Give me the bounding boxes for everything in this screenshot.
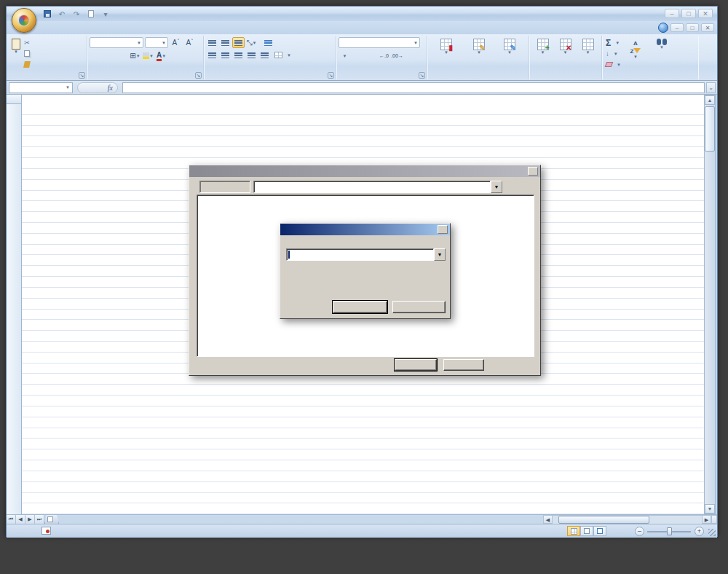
restore-button[interactable]: □ xyxy=(681,9,696,18)
format-painter-button[interactable] xyxy=(23,59,33,70)
source-sheet-dropdown-icon[interactable]: ▼ xyxy=(434,248,446,261)
select-sheet-titlebar[interactable] xyxy=(280,224,450,235)
source-sheet-combobox[interactable]: ▼ xyxy=(286,248,446,261)
horizontal-scrollbar[interactable]: ◀ ▶ xyxy=(543,515,717,524)
orientation-button[interactable]: ⤡▼ xyxy=(245,37,258,48)
insert-worksheet-tab[interactable] xyxy=(44,515,59,524)
align-middle-button[interactable] xyxy=(219,37,232,48)
zoom-slider-thumb[interactable] xyxy=(667,527,672,535)
font-color-button[interactable]: A▼ xyxy=(155,50,167,61)
undo-button[interactable]: ↶ xyxy=(56,9,68,19)
office-button[interactable] xyxy=(12,8,36,33)
workbook-minimize-button[interactable]: – xyxy=(670,23,684,32)
check-sheet-dropdown-icon[interactable]: ▼ xyxy=(491,181,502,193)
formula-input[interactable] xyxy=(122,82,705,93)
percent-style-button[interactable] xyxy=(352,50,364,61)
insert-cells-button[interactable]: + ▼ xyxy=(531,37,554,56)
name-box[interactable]: ▼ xyxy=(9,82,73,93)
align-bottom-button[interactable] xyxy=(232,37,245,48)
decrease-indent-button[interactable] xyxy=(245,50,258,60)
vertical-scrollbar[interactable]: ▲ ▼ xyxy=(704,95,716,514)
accounting-format-button[interactable]: ▼ xyxy=(339,50,351,61)
shrink-font-button[interactable]: Aˋ xyxy=(183,37,196,48)
select-all-corner[interactable] xyxy=(7,95,22,104)
scroll-up-arrow[interactable]: ▲ xyxy=(705,95,715,105)
last-sheet-button[interactable]: ⏭ xyxy=(35,515,44,524)
scroll-right-arrow[interactable]: ▶ xyxy=(702,515,711,524)
workbook-close-button[interactable]: ✕ xyxy=(701,23,714,32)
alignment-dialog-launcher[interactable]: ↘ xyxy=(328,72,334,79)
font-dialog-launcher[interactable]: ↘ xyxy=(195,72,202,79)
prev-sheet-button[interactable]: ◀ xyxy=(16,515,25,524)
redo-button[interactable]: ↷ xyxy=(71,9,82,19)
underline-button[interactable] xyxy=(116,50,128,61)
italic-button[interactable] xyxy=(103,50,115,61)
scroll-down-arrow[interactable]: ▼ xyxy=(705,504,715,514)
select-sheet-close-icon[interactable] xyxy=(438,225,448,234)
print-preview-button[interactable] xyxy=(85,9,97,19)
number-dialog-launcher[interactable]: ↘ xyxy=(419,72,425,79)
macro-record-icon[interactable] xyxy=(41,527,51,535)
increase-decimal-button[interactable]: ←.0 xyxy=(378,50,390,61)
zoom-in-button[interactable]: + xyxy=(695,527,704,536)
fill-button[interactable]: ↓▼ xyxy=(604,48,622,59)
merge-center-button[interactable]: ▼ xyxy=(273,50,293,60)
expand-formula-bar-button[interactable]: ⌄ xyxy=(706,82,716,93)
copy-button[interactable] xyxy=(23,48,33,59)
horizontal-scroll-thumb[interactable] xyxy=(558,516,649,524)
font-name-select[interactable]: ▼ xyxy=(90,37,143,48)
workbook-restore-button[interactable]: □ xyxy=(686,23,699,32)
bold-button[interactable] xyxy=(90,50,102,61)
run-button[interactable] xyxy=(395,359,437,371)
horizontal-scroll-track[interactable] xyxy=(553,515,702,524)
format-as-table-button[interactable]: ✎ ▼ xyxy=(463,37,495,56)
help-button[interactable] xyxy=(658,23,668,33)
align-center-button[interactable] xyxy=(219,50,232,60)
first-sheet-button[interactable]: ⏮ xyxy=(7,515,16,524)
increase-indent-button[interactable] xyxy=(258,50,271,60)
scroll-left-arrow[interactable]: ◀ xyxy=(543,515,553,524)
fill-color-button[interactable]: ▼ xyxy=(142,50,154,61)
find-select-button[interactable]: ▼ xyxy=(649,37,675,70)
sort-filter-button[interactable]: AZ ▼ xyxy=(622,37,649,70)
save-button[interactable] xyxy=(41,9,53,19)
cut-button[interactable]: ✂ xyxy=(23,37,33,48)
paste-button[interactable]: ▼ xyxy=(9,37,23,70)
checking-close-button[interactable] xyxy=(443,359,484,371)
insert-function-button[interactable]: fx xyxy=(77,82,118,93)
checking-macro-titlebar[interactable] xyxy=(189,165,540,177)
grow-font-button[interactable]: Aˊ xyxy=(170,37,182,48)
format-cells-button[interactable]: ▼ xyxy=(577,37,599,56)
autosum-button[interactable]: Σ▼ xyxy=(604,37,622,48)
next-sheet-button[interactable]: ▶ xyxy=(25,515,35,524)
number-format-select[interactable]: ▼ xyxy=(339,37,420,48)
page-break-view-button[interactable] xyxy=(593,526,606,536)
minimize-button[interactable]: – xyxy=(665,9,679,18)
clipboard-dialog-launcher[interactable]: ↘ xyxy=(79,72,85,79)
vertical-scroll-thumb[interactable] xyxy=(705,106,715,152)
clear-button[interactable]: ▼ xyxy=(604,59,622,70)
qat-customize-button[interactable]: ▾ xyxy=(100,9,111,19)
cell-styles-button[interactable]: ✎ ▼ xyxy=(495,37,524,56)
close-button[interactable]: ✕ xyxy=(698,9,713,18)
checking-macro-close-icon[interactable] xyxy=(528,167,538,176)
tab-split-handle[interactable] xyxy=(711,515,717,524)
borders-button[interactable]: ⊞▼ xyxy=(129,50,141,61)
select-button[interactable] xyxy=(333,301,387,313)
comma-style-button[interactable] xyxy=(365,50,377,61)
select-sheet-close-button[interactable] xyxy=(392,301,446,313)
page-layout-view-button[interactable] xyxy=(580,526,593,536)
align-top-button[interactable] xyxy=(206,37,218,48)
font-size-select[interactable]: ▼ xyxy=(145,37,168,48)
conditional-formatting-button[interactable]: ▮ ▼ xyxy=(430,37,463,56)
align-left-button[interactable] xyxy=(206,50,218,60)
resize-grip[interactable] xyxy=(708,529,716,536)
delete-cells-button[interactable]: ✕ ▼ xyxy=(554,37,577,56)
ribbon-group-editing: Σ▼ ↓▼ ▼ AZ ▼ ▼ xyxy=(602,36,698,79)
decrease-decimal-button[interactable]: .00→ xyxy=(391,50,403,61)
normal-view-button[interactable] xyxy=(567,526,580,536)
check-sheet-combobox[interactable]: ▼ xyxy=(253,181,502,193)
align-right-button[interactable] xyxy=(232,50,245,60)
wrap-text-button[interactable] xyxy=(263,37,276,48)
zoom-out-button[interactable]: – xyxy=(635,527,644,536)
